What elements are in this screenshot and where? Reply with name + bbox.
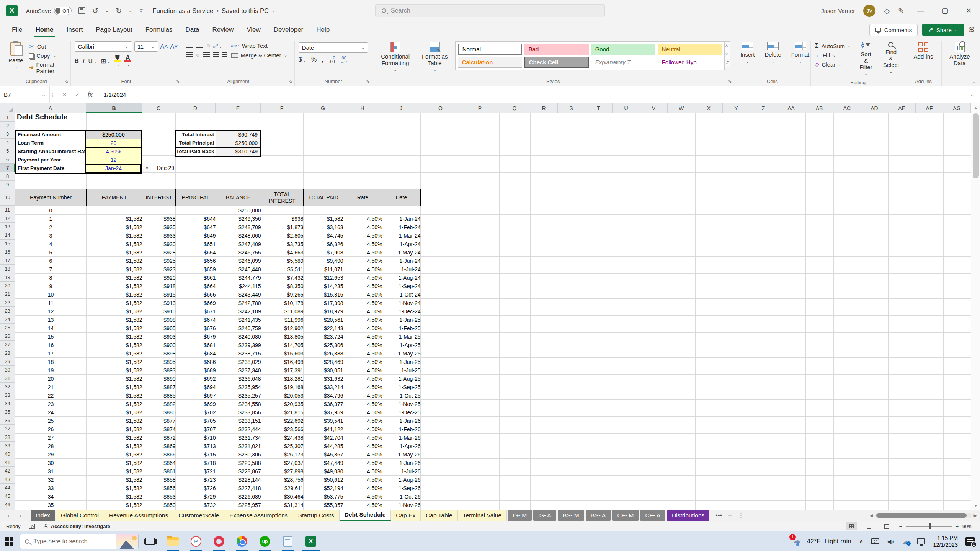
loan-term-value[interactable]: 20	[85, 139, 141, 148]
task-view-button[interactable]	[139, 531, 162, 551]
cell[interactable]: $31,632	[304, 375, 343, 383]
column-header-AA[interactable]: AA	[777, 103, 805, 113]
column-header-E[interactable]: E	[216, 103, 261, 113]
total-interest-label[interactable]: Total Interest	[176, 131, 216, 139]
cell[interactable]: $705	[176, 417, 216, 425]
insert-cells-button[interactable]: Insert⌄	[738, 41, 757, 65]
cell[interactable]: $723	[176, 476, 216, 484]
cell[interactable]: 1-Jun-24	[382, 257, 421, 265]
cell[interactable]: 4.50%	[343, 358, 382, 366]
cell[interactable]: $900	[142, 341, 176, 349]
sheet-tab-terminal-value[interactable]: Terminal Value	[458, 510, 507, 521]
cell[interactable]: $850	[142, 501, 176, 509]
column-header-V[interactable]: V	[640, 103, 668, 113]
cell[interactable]: $679	[176, 333, 216, 341]
sheet-tab-customerscale[interactable]: CustomerScale	[173, 510, 224, 521]
row-header-41[interactable]: 41	[0, 458, 15, 467]
cell[interactable]	[304, 206, 343, 215]
cell[interactable]: $1,582	[87, 501, 142, 509]
cell[interactable]: 1-Feb-25	[382, 324, 421, 333]
cell[interactable]: 28	[15, 442, 87, 450]
cell[interactable]: 29	[15, 450, 87, 459]
row-header-2[interactable]: 2	[0, 122, 15, 130]
cell[interactable]: $240,759	[216, 324, 261, 333]
total-principal-label[interactable]: Total Principal	[176, 139, 216, 147]
row-header-11[interactable]: 11	[0, 206, 15, 214]
cell[interactable]: $232,444	[216, 425, 261, 434]
cell[interactable]: $1,582	[87, 290, 142, 299]
cell[interactable]: $39,541	[304, 417, 343, 425]
cell[interactable]: 1-Apr-24	[382, 240, 421, 248]
row-header-46[interactable]: 46	[0, 500, 15, 509]
styles-dialog-launcher-icon[interactable]: ⇘	[728, 78, 732, 84]
cell[interactable]: $858	[142, 476, 176, 484]
cell[interactable]: $726	[176, 484, 216, 492]
cell[interactable]: $710	[176, 434, 216, 442]
zoom-out-icon[interactable]: −	[899, 523, 902, 529]
cell[interactable]: 4.50%	[343, 459, 382, 467]
redo-icon[interactable]: ↻	[116, 7, 122, 15]
clear-chevron-icon[interactable]: ⌄	[838, 62, 841, 67]
wrap-text-button[interactable]: ab↩Wrap Text	[231, 42, 287, 49]
cell[interactable]: $22,692	[261, 417, 304, 425]
cell[interactable]: $1,582	[87, 299, 142, 307]
cell[interactable]: $920	[142, 274, 176, 282]
comments-button[interactable]: Comments	[869, 24, 918, 36]
cell[interactable]: $1,582	[87, 450, 142, 459]
cell[interactable]: $1,582	[87, 417, 142, 425]
cell[interactable]: 1-Oct-24	[382, 290, 421, 299]
cell[interactable]: $53,775	[304, 492, 343, 501]
excel-taskbar-button[interactable]: X	[299, 531, 322, 551]
column-header-T[interactable]: T	[585, 103, 612, 113]
cell[interactable]: 15	[15, 333, 87, 341]
cell[interactable]: $1,582	[87, 425, 142, 434]
row-header-24[interactable]: 24	[0, 315, 15, 324]
cell[interactable]: 10	[15, 290, 87, 299]
namebox-resize-handle[interactable]: ⋮	[50, 86, 56, 103]
font-color-button[interactable]: A	[124, 55, 131, 67]
cell[interactable]: $3,735	[261, 240, 304, 248]
column-header-R[interactable]: R	[530, 103, 558, 113]
cell[interactable]: 18	[15, 358, 87, 366]
cell[interactable]: 4.50%	[343, 349, 382, 358]
cell[interactable]: 1-Jul-24	[382, 265, 421, 274]
cell[interactable]: $874	[142, 425, 176, 434]
cell[interactable]: $248,709	[216, 223, 261, 231]
column-header-G[interactable]: G	[303, 103, 343, 113]
cell[interactable]: $231,021	[216, 442, 261, 450]
cell[interactable]: 1-Jan-26	[382, 417, 421, 425]
paste-button[interactable]: Paste ⌄	[6, 41, 25, 74]
cell[interactable]	[176, 206, 216, 215]
cell[interactable]: $1,582	[87, 476, 142, 484]
font-dialog-launcher-icon[interactable]: ⇘	[176, 78, 180, 84]
style-neutral[interactable]: Neutral	[658, 44, 722, 55]
cell[interactable]: 31	[15, 467, 87, 476]
column-header-Y[interactable]: Y	[723, 103, 750, 113]
row-header-25[interactable]: 25	[0, 324, 15, 332]
cell[interactable]: $6,326	[304, 240, 343, 248]
copy-chevron-icon[interactable]: ⌄	[52, 53, 56, 58]
table-header-cell[interactable]: PRINCIPAL	[176, 189, 216, 206]
cell[interactable]: 7	[15, 265, 87, 274]
cell[interactable]: $238,029	[216, 358, 261, 366]
cell[interactable]: 1-Aug-25	[382, 375, 421, 383]
table-header-cell[interactable]: PAYMENT	[87, 189, 142, 206]
style-followed-hyperlink[interactable]: Followed Hyp...	[658, 57, 722, 68]
cell[interactable]: 1-Aug-24	[382, 274, 421, 282]
cell[interactable]: 1-Jun-25	[382, 358, 421, 366]
loan-term-label[interactable]: Loan Term	[16, 139, 85, 148]
cell[interactable]: $14,705	[261, 341, 304, 349]
row-header-23[interactable]: 23	[0, 307, 15, 315]
row-header-9[interactable]: 9	[0, 181, 15, 189]
cell[interactable]: $721	[176, 467, 216, 476]
cell[interactable]: 4.50%	[343, 417, 382, 425]
cell[interactable]: $895	[142, 358, 176, 366]
row-header-26[interactable]: 26	[0, 332, 15, 341]
cell[interactable]: $20,935	[261, 400, 304, 408]
delete-cells-button[interactable]: Delete⌄	[762, 41, 783, 65]
payment-per-year-value[interactable]: 12	[85, 156, 141, 165]
total-paid-back-label[interactable]: Total Paid Back	[176, 148, 216, 156]
row-header-45[interactable]: 45	[0, 492, 15, 500]
cell[interactable]: $239,399	[216, 341, 261, 349]
sheet-tab-startup-costs[interactable]: Startup Costs	[293, 510, 340, 521]
